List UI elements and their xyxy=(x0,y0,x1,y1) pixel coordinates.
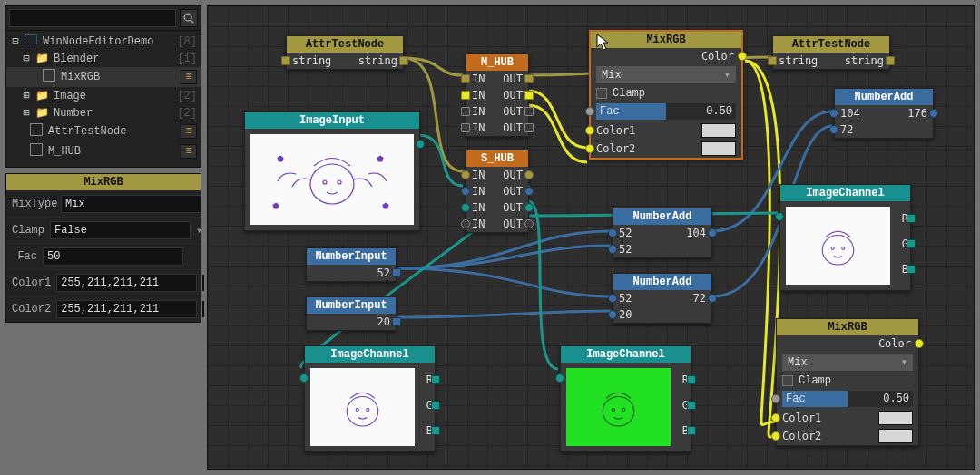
clamp-checkbox[interactable]: Clamp xyxy=(591,85,741,102)
port-g[interactable] xyxy=(431,401,440,410)
node-attrtestnode-1[interactable]: AttrTestNode string string xyxy=(286,35,404,70)
port-color1[interactable] xyxy=(585,126,594,135)
port-out[interactable] xyxy=(524,170,534,179)
port-out[interactable] xyxy=(524,74,534,83)
port-a[interactable] xyxy=(608,228,617,238)
port-in[interactable] xyxy=(555,373,564,383)
port-b[interactable] xyxy=(906,265,916,274)
port-out-color[interactable] xyxy=(915,339,924,348)
port-g[interactable] xyxy=(687,401,696,410)
port-out[interactable] xyxy=(524,123,534,132)
port-color2[interactable] xyxy=(771,431,780,441)
port-out[interactable] xyxy=(524,219,534,228)
port-b[interactable] xyxy=(829,125,838,134)
port-in[interactable] xyxy=(461,91,470,100)
node-numberadd-2[interactable]: NumberAdd 52 72 20 xyxy=(612,273,712,324)
search-button[interactable] xyxy=(180,9,198,27)
tree-image[interactable]: ⊞ 📁 Image [2] xyxy=(6,87,201,104)
port-in[interactable] xyxy=(281,56,290,65)
port-out[interactable] xyxy=(416,140,425,149)
color1-swatch[interactable] xyxy=(878,411,913,425)
node-m-hub[interactable]: M_HUB INOUT INOUT INOUT INOUT xyxy=(466,53,529,137)
tree-number[interactable]: ⊞ 📁 Number [2] xyxy=(6,104,201,121)
search-input[interactable] xyxy=(9,9,176,27)
color1-field[interactable] xyxy=(56,274,197,292)
port-color2[interactable] xyxy=(585,144,594,153)
node-numberinput-1[interactable]: NumberInput 52 xyxy=(306,247,397,282)
port-in[interactable] xyxy=(461,123,470,132)
fac-slider[interactable]: Fac 0.50 xyxy=(782,391,913,407)
sort-icon[interactable]: ≡ xyxy=(181,124,197,139)
port-out[interactable] xyxy=(392,268,401,277)
clamp-checkbox[interactable]: Clamp xyxy=(777,373,918,389)
prop-color1[interactable]: Color1 xyxy=(6,269,201,296)
node-imagechannel-3[interactable]: ImageChannel R G B xyxy=(779,184,911,291)
node-numberinput-2[interactable]: NumberInput 20 xyxy=(306,296,397,331)
port-out[interactable] xyxy=(524,203,534,212)
node-imagechannel-1[interactable]: ImageChannel R G B xyxy=(304,345,436,452)
node-attrtestnode-2[interactable]: AttrTestNode string string xyxy=(772,35,890,70)
port-b[interactable] xyxy=(608,310,617,319)
node-s-hub[interactable]: S_HUB INOUT INOUT INOUT INOUT xyxy=(466,150,529,233)
color2-swatch[interactable] xyxy=(701,141,736,156)
node-imageinput[interactable]: ImageInput ❀❀❀❀ xyxy=(244,111,420,231)
port-fac[interactable] xyxy=(585,107,594,116)
port-in[interactable] xyxy=(461,107,470,116)
node-mixrgb-1[interactable]: MixRGB Color Mix ▾ Clamp Fac 0.50 Color1 xyxy=(589,30,743,160)
fac-field[interactable] xyxy=(43,247,183,266)
port-in[interactable] xyxy=(461,203,470,212)
color2-swatch[interactable] xyxy=(202,301,204,317)
tree-attrtestnode[interactable]: AttrTestNode ≡ xyxy=(6,121,201,141)
port-r[interactable] xyxy=(906,214,916,223)
port-out[interactable] xyxy=(886,56,895,65)
port-a[interactable] xyxy=(829,109,838,118)
port-in[interactable] xyxy=(768,56,777,65)
port-in[interactable] xyxy=(461,74,470,83)
color2-field[interactable] xyxy=(56,300,197,318)
mixtype-field[interactable] xyxy=(61,195,201,213)
node-numberadd-1[interactable]: NumberAdd 52 104 52 xyxy=(612,208,712,258)
port-fac[interactable] xyxy=(771,394,780,403)
tree-root[interactable]: ⊟ WinNodeEditorDemo [8] xyxy=(6,33,201,50)
port-in[interactable] xyxy=(461,187,470,196)
tree-mixrgb[interactable]: MixRGB ≡ xyxy=(6,67,201,87)
color1-swatch[interactable] xyxy=(701,123,736,138)
port-in[interactable] xyxy=(461,219,470,228)
port-out[interactable] xyxy=(524,187,534,196)
port-b[interactable] xyxy=(687,426,696,435)
prop-color2[interactable]: Color2 xyxy=(6,296,201,322)
port-out-color[interactable] xyxy=(738,52,747,61)
port-b[interactable] xyxy=(431,426,440,435)
prop-mixtype[interactable]: MixType ▾ xyxy=(6,190,201,217)
port-out[interactable] xyxy=(392,317,401,326)
node-mixrgb-2[interactable]: MixRGB Color Mix ▾ Clamp Fac 0.50 Color1 xyxy=(776,318,919,446)
port-out[interactable] xyxy=(399,56,408,65)
node-editor-canvas[interactable]: AttrTestNode string string M_HUB INOUT I… xyxy=(207,5,975,470)
port-r[interactable] xyxy=(431,375,440,384)
color1-swatch[interactable] xyxy=(202,275,204,291)
port-color1[interactable] xyxy=(771,413,780,422)
port-g[interactable] xyxy=(906,239,916,248)
port-a[interactable] xyxy=(608,294,617,303)
port-b[interactable] xyxy=(608,245,617,254)
port-in[interactable] xyxy=(299,373,309,383)
port-out[interactable] xyxy=(708,294,717,303)
mix-dropdown[interactable]: Mix ▾ xyxy=(782,354,913,371)
sort-icon[interactable]: ≡ xyxy=(181,70,197,84)
tree-blender[interactable]: ⊟ 📁 Blender [1] xyxy=(6,50,201,67)
tree-mhub[interactable]: M_HUB ≡ xyxy=(6,141,201,161)
mix-dropdown[interactable]: Mix ▾ xyxy=(596,66,736,83)
port-in[interactable] xyxy=(775,212,784,221)
port-out[interactable] xyxy=(929,109,938,118)
port-out[interactable] xyxy=(708,228,717,238)
port-out[interactable] xyxy=(524,91,534,100)
port-r[interactable] xyxy=(687,375,696,384)
port-out[interactable] xyxy=(524,107,534,116)
clamp-field[interactable] xyxy=(50,221,191,239)
prop-fac[interactable]: Fac xyxy=(6,243,201,269)
fac-slider[interactable]: Fac 0.50 xyxy=(596,103,736,120)
color2-swatch[interactable] xyxy=(878,429,913,443)
node-imagechannel-2[interactable]: ImageChannel R G B xyxy=(560,345,691,452)
node-numberadd-3[interactable]: NumberAdd 104 176 72 xyxy=(834,88,934,139)
prop-clamp[interactable]: Clamp ▾ xyxy=(6,217,201,243)
